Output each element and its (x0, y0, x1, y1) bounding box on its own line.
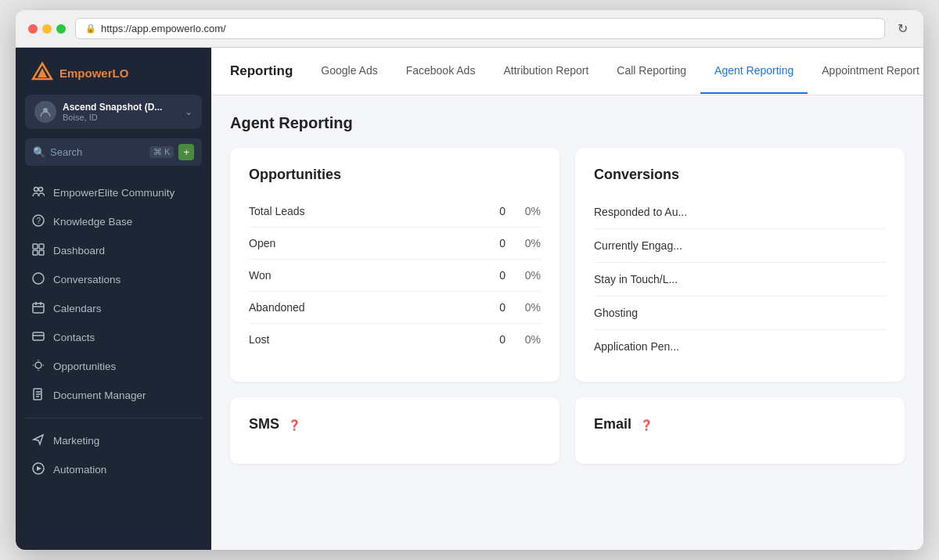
row-pct: 0% (505, 269, 541, 282)
dashboard-icon (31, 243, 45, 258)
add-button[interactable]: + (178, 144, 194, 160)
refresh-button[interactable]: ↻ (894, 18, 911, 39)
conversion-label: Ghosting (594, 307, 638, 319)
row-value: 0 (466, 301, 505, 314)
close-button[interactable] (28, 24, 38, 34)
sidebar-item-automation[interactable]: Automation (22, 455, 205, 484)
chevron-down-icon: ⌄ (185, 106, 192, 117)
calendars-icon (31, 301, 45, 316)
conversion-label: Application Pen... (594, 340, 679, 353)
email-card: Email ❓ (575, 397, 905, 464)
row-label: Open (249, 237, 466, 249)
svg-rect-10 (39, 250, 44, 255)
table-row: Lost 0 0% (249, 324, 541, 355)
sidebar-item-label: EmpowerElite Community (53, 187, 174, 199)
tab-call-reporting[interactable]: Call Reporting (603, 48, 700, 94)
sidebar-item-contacts[interactable]: Contacts (22, 323, 205, 352)
account-selector[interactable]: Ascend Snapshot (D... Boise, ID ⌄ (25, 95, 202, 129)
conversions-card: Conversions Responded to Au... Currently… (575, 148, 905, 382)
bottom-nav-section: Marketing Automation (16, 426, 211, 484)
top-nav: Reporting Google Ads Facebook Ads Attrib… (211, 48, 923, 95)
contacts-icon (31, 330, 45, 345)
list-item: Responded to Au... (594, 196, 886, 229)
sidebar-item-documents[interactable]: Document Manager (22, 381, 205, 410)
list-item: Ghosting (594, 296, 886, 330)
sidebar-item-label: Opportunities (53, 361, 116, 372)
conversations-icon (31, 272, 45, 287)
sidebar-item-label: Knowledge Base (53, 216, 132, 228)
browser-window: 🔒 https://app.empowerlo.com/ ↻ EmpowerLO (16, 10, 923, 550)
conversions-card-title: Conversions (594, 167, 886, 183)
knowledge-icon: ? (31, 214, 45, 229)
tab-facebook-ads[interactable]: Facebook Ads (392, 48, 490, 94)
opportunities-card-title: Opportunities (249, 167, 541, 183)
tab-attribution-report[interactable]: Attribution Report (489, 48, 603, 94)
svg-marker-17 (37, 466, 41, 471)
logo-icon (31, 62, 53, 84)
nav-title: Reporting (230, 48, 307, 95)
row-value: 0 (466, 205, 505, 217)
sidebar-item-dashboard[interactable]: Dashboard (22, 236, 205, 265)
tab-google-ads[interactable]: Google Ads (307, 48, 391, 94)
sidebar-item-label: Dashboard (53, 245, 105, 257)
row-value: 0 (466, 237, 505, 249)
svg-text:?: ? (37, 217, 41, 225)
search-icon: 🔍 (33, 146, 45, 158)
minimize-button[interactable] (42, 24, 52, 34)
search-placeholder: Search (50, 146, 145, 158)
avatar (34, 101, 56, 123)
sidebar-item-conversations[interactable]: Conversations (22, 265, 205, 294)
row-pct: 0% (505, 333, 541, 346)
row-pct: 0% (505, 237, 541, 249)
nav-section: EmpowerElite Community ? Knowledge Base … (16, 178, 211, 410)
sms-card-title: SMS ❓ (249, 416, 541, 433)
maximize-button[interactable] (56, 24, 66, 34)
svg-point-11 (33, 273, 44, 284)
row-label: Lost (249, 333, 466, 346)
conversion-label: Responded to Au... (594, 206, 687, 218)
list-item: Currently Engag... (594, 229, 886, 263)
sidebar-item-label: Contacts (53, 332, 95, 343)
opportunities-card: Opportunities Total Leads 0 0% Open 0 0% (230, 148, 559, 382)
address-bar[interactable]: 🔒 https://app.empowerlo.com/ (75, 18, 885, 39)
sidebar-item-knowledge[interactable]: ? Knowledge Base (22, 207, 205, 236)
nav-divider (25, 418, 202, 418)
sidebar-item-marketing[interactable]: Marketing (22, 426, 205, 455)
sidebar-item-opportunities[interactable]: Opportunities (22, 352, 205, 381)
sms-help-icon: ❓ (288, 419, 300, 431)
svg-point-4 (39, 188, 43, 192)
sidebar-item-label: Automation (53, 464, 106, 476)
row-label: Abandoned (249, 301, 466, 314)
community-icon (31, 185, 45, 200)
search-shortcut: ⌘ K (149, 146, 174, 158)
marketing-icon (31, 433, 45, 448)
svg-rect-12 (33, 303, 44, 313)
account-location: Boise, ID (63, 113, 178, 122)
main-content: Reporting Google Ads Facebook Ads Attrib… (211, 48, 923, 550)
sidebar-logo: EmpowerLO (16, 48, 211, 95)
row-pct: 0% (505, 301, 541, 314)
list-item: Application Pen... (594, 330, 886, 363)
row-label: Total Leads (249, 205, 466, 217)
sidebar-item-label: Document Manager (53, 389, 146, 401)
conversion-label: Currently Engag... (594, 239, 682, 252)
sidebar-item-label: Conversations (53, 274, 121, 285)
table-row: Won 0 0% (249, 260, 541, 292)
svg-rect-9 (33, 250, 38, 255)
url-text: https://app.empowerlo.com/ (101, 23, 226, 34)
sidebar-item-community[interactable]: EmpowerElite Community (22, 178, 205, 207)
search-bar[interactable]: 🔍 Search ⌘ K + (25, 138, 202, 166)
sidebar-item-calendars[interactable]: Calendars (22, 294, 205, 323)
svg-rect-8 (39, 244, 44, 249)
sidebar-item-label: Marketing (53, 435, 99, 447)
svg-point-3 (34, 188, 38, 192)
cards-row-top: Opportunities Total Leads 0 0% Open 0 0% (230, 148, 905, 382)
tab-appointment-report[interactable]: Appointment Report (808, 48, 923, 94)
opportunities-icon (31, 359, 45, 374)
sidebar: EmpowerLO Ascend Snapshot (D... Boise, I… (16, 48, 211, 550)
tab-agent-reporting[interactable]: Agent Reporting (700, 48, 808, 94)
app-body: EmpowerLO Ascend Snapshot (D... Boise, I… (16, 48, 923, 550)
table-row: Abandoned 0 0% (249, 292, 541, 324)
svg-rect-13 (33, 332, 44, 340)
svg-rect-7 (33, 244, 38, 249)
